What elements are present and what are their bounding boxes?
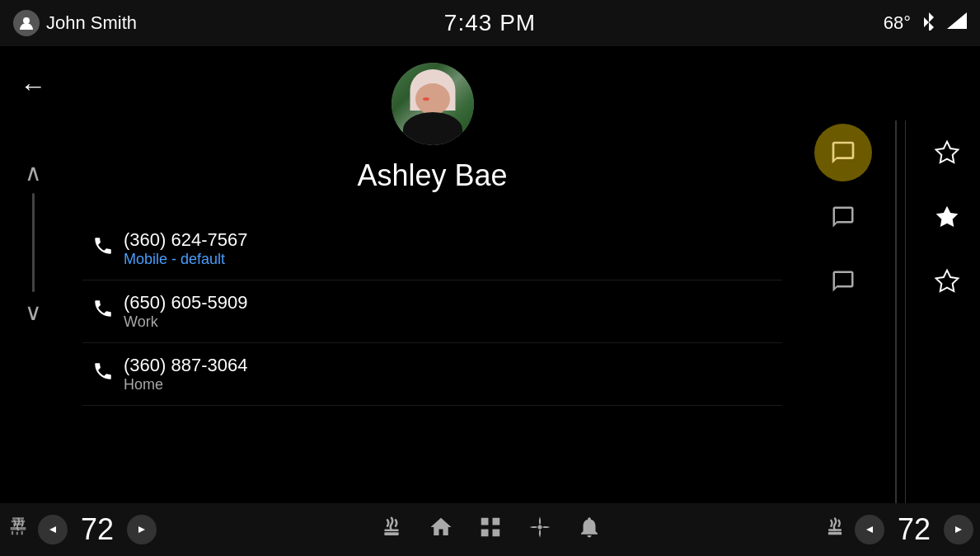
scroll-down-button[interactable]: ∨ xyxy=(25,299,42,326)
svg-marker-5 xyxy=(49,526,56,533)
phone-icon-1 xyxy=(82,235,124,262)
svg-marker-4 xyxy=(936,271,959,291)
svg-marker-12 xyxy=(866,526,873,533)
phone-details-3: (360) 887-3064 Home xyxy=(124,355,782,393)
left-seat-heat-icon xyxy=(7,516,30,544)
star-btn-3[interactable] xyxy=(926,261,968,302)
phone-entry-2[interactable]: (650) 605-5909 Work xyxy=(82,280,782,343)
user-name: John Smith xyxy=(46,12,137,34)
right-temp-up-button[interactable] xyxy=(944,515,973,544)
main-content: ← ∧ ∨ Ashley Bae xyxy=(0,46,980,503)
message-btn-3[interactable] xyxy=(814,252,872,310)
home-button[interactable] xyxy=(429,515,453,545)
signal-icon xyxy=(947,12,967,34)
phone-number-3: (360) 887-3064 xyxy=(124,355,782,376)
svg-marker-6 xyxy=(138,526,145,533)
message-btn-active[interactable] xyxy=(814,124,872,181)
phone-list: (360) 624-7567 Mobile - default (650) 60… xyxy=(66,218,799,406)
seat-heat-left-icon[interactable] xyxy=(379,515,404,544)
phone-number-1: (360) 624-7567 xyxy=(124,229,782,251)
status-bar: John Smith 7:43 PM 68° xyxy=(0,0,980,46)
status-bar-right: 68° xyxy=(649,11,967,35)
right-seat-heat-icon xyxy=(823,516,846,544)
svg-rect-8 xyxy=(384,532,399,535)
svg-rect-11 xyxy=(828,532,842,535)
message-button-1[interactable] xyxy=(810,120,876,185)
right-temp-control: 72 xyxy=(823,512,973,547)
phone-icon-2 xyxy=(82,298,124,325)
message-button-2[interactable] xyxy=(810,185,876,249)
back-button[interactable]: ← xyxy=(20,71,46,101)
phone-label-1: Mobile - default xyxy=(124,251,782,268)
left-temp-up-button[interactable] xyxy=(127,515,157,544)
message-buttons-column xyxy=(799,120,887,503)
outside-temp: 68° xyxy=(884,12,911,34)
nav-icons xyxy=(379,515,602,545)
phone-label-3: Home xyxy=(124,376,782,393)
user-avatar-icon xyxy=(13,10,40,36)
right-temp-value: 72 xyxy=(889,512,939,547)
message-btn-2[interactable] xyxy=(814,188,872,246)
star-buttons-column xyxy=(905,120,980,503)
avatar-image xyxy=(392,63,474,145)
actions-wrapper xyxy=(799,46,980,503)
left-temp-value: 72 xyxy=(73,512,122,547)
svg-point-9 xyxy=(537,525,542,529)
svg-marker-3 xyxy=(936,206,959,227)
left-sidebar: ← ∧ ∨ xyxy=(0,46,66,503)
right-temp-down-button[interactable] xyxy=(855,515,884,544)
svg-marker-13 xyxy=(955,526,962,533)
grid-button[interactable] xyxy=(478,515,503,545)
phone-label-2: Work xyxy=(124,313,782,331)
current-time: 7:43 PM xyxy=(331,10,649,36)
svg-marker-2 xyxy=(936,142,959,163)
phone-details-2: (650) 605-5909 Work xyxy=(124,292,782,331)
bottom-bar: 72 xyxy=(0,503,980,556)
phone-number-2: (650) 605-5909 xyxy=(124,292,782,313)
scroll-up-button[interactable]: ∧ xyxy=(25,159,42,186)
bluetooth-icon xyxy=(921,11,937,35)
star-btn-1[interactable] xyxy=(926,132,968,173)
contact-section: Ashley Bae (360) 624-7567 Mobile - defau… xyxy=(66,46,799,503)
message-button-3[interactable] xyxy=(810,249,876,313)
star-button-1[interactable] xyxy=(914,120,980,185)
fan-button[interactable] xyxy=(528,515,552,545)
contact-avatar xyxy=(392,63,474,145)
phone-icon-3 xyxy=(82,360,124,388)
scroll-indicator xyxy=(32,193,35,292)
vertical-divider xyxy=(895,120,897,503)
star-button-3[interactable] xyxy=(914,249,980,313)
contact-name: Ashley Bae xyxy=(357,158,507,193)
star-btn-2[interactable] xyxy=(926,196,968,238)
svg-rect-10 xyxy=(828,529,842,530)
left-temp-down-button[interactable] xyxy=(38,515,68,544)
svg-marker-1 xyxy=(947,12,967,29)
status-bar-left: John Smith xyxy=(13,10,331,36)
svg-point-0 xyxy=(23,17,30,24)
phone-details-1: (360) 624-7567 Mobile - default xyxy=(124,229,782,268)
left-temp-control: 72 xyxy=(7,512,157,547)
bell-button[interactable] xyxy=(577,515,602,545)
phone-entry-1[interactable]: (360) 624-7567 Mobile - default xyxy=(82,218,782,280)
svg-rect-7 xyxy=(384,530,399,532)
phone-entry-3[interactable]: (360) 887-3064 Home xyxy=(82,343,782,406)
star-button-2[interactable] xyxy=(914,185,980,249)
